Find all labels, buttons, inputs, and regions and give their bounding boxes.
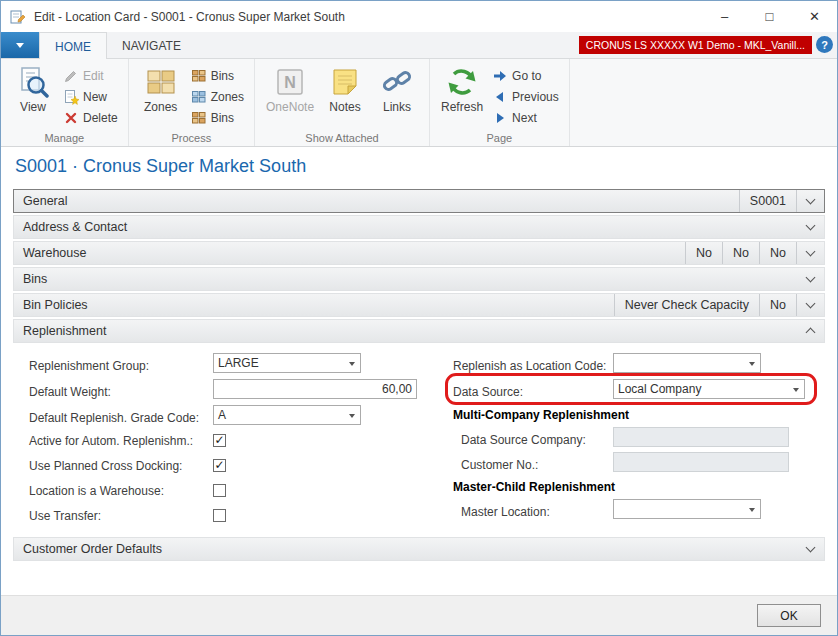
fasttab-bins: Bins (13, 267, 825, 291)
fasttab-header-address-contact[interactable]: Address & Contact (13, 215, 825, 239)
replenishment-group-combobox[interactable]: LARGE (213, 353, 361, 373)
replenish-as-location-label: Replenish as Location Code: (453, 356, 606, 376)
default-weight-input[interactable]: 60,00 (213, 379, 417, 399)
group-label-show-attached: Show Attached (255, 132, 429, 144)
refresh-button-label: Refresh (441, 100, 483, 114)
close-button[interactable]: ✕ (792, 1, 837, 32)
ribbon-group-process: Zones Bins (129, 59, 255, 146)
master-location-combobox[interactable] (613, 499, 761, 519)
pencil-icon (63, 68, 79, 84)
app-icon (10, 9, 26, 25)
refresh-button[interactable]: Refresh (436, 62, 488, 130)
fasttab-summary-value: S0001 (739, 190, 796, 212)
active-autom-replenish-checkbox[interactable] (213, 434, 226, 447)
fasttab-header-bins[interactable]: Bins (13, 267, 825, 291)
chevron-down-icon (796, 190, 824, 212)
goto-arrow-icon (492, 68, 508, 84)
bins-button-label: Bins (211, 69, 234, 83)
fasttab-header-customer-order-defaults[interactable]: Customer Order Defaults (13, 537, 825, 561)
tab-home[interactable]: HOME (39, 32, 107, 59)
view-button[interactable]: View (7, 62, 59, 130)
fasttab-header-general[interactable]: General S0001 (13, 189, 825, 213)
help-icon[interactable]: ? (816, 36, 833, 53)
active-autom-replenish-label: Active for Autom. Replenishm.: (29, 431, 193, 451)
use-planned-cross-docking-checkbox[interactable] (213, 459, 226, 472)
location-card-window: Edit - Location Card - S0001 - Cronus Su… (0, 0, 838, 636)
group-label-page: Page (430, 132, 569, 144)
edit-button[interactable]: Edit (59, 65, 122, 86)
fasttab-header-warehouse[interactable]: Warehouse No No No (13, 241, 825, 265)
replenishment-body: Replenishment Group: LARGE Default Weigh… (13, 343, 825, 535)
data-source-label: Data Source: (453, 382, 523, 402)
ribbon-tab-row: HOME NAVIGATE CRONUS LS XXXXX W1 Demo - … (1, 32, 837, 59)
chevron-down-icon (796, 538, 824, 560)
zones-icon (191, 89, 207, 105)
chevron-down-icon (16, 43, 24, 48)
data-source-company-input (613, 427, 789, 447)
data-source-combobox[interactable]: Local Company (613, 379, 805, 399)
fasttab-label: Customer Order Defaults (23, 542, 162, 556)
links-button[interactable]: Links (371, 62, 423, 130)
previous-button[interactable]: Previous (488, 86, 563, 107)
zones-button-label: Zones (144, 100, 177, 114)
bins-button-2[interactable]: Bins (187, 107, 248, 128)
new-button[interactable]: New (59, 86, 122, 107)
footer: OK (1, 595, 837, 635)
ribbon: View Edit New (1, 59, 837, 147)
tab-navigate[interactable]: NAVIGATE (107, 32, 196, 58)
zones-small-button[interactable]: Zones (187, 86, 248, 107)
view-magnifier-icon (17, 66, 49, 98)
fasttab-label: Replenishment (23, 324, 106, 338)
new-button-label: New (83, 90, 107, 104)
goto-button[interactable]: Go to (488, 65, 563, 86)
fasttab-replenishment: Replenishment Replenishment Group: LARGE… (13, 319, 825, 535)
master-location-label: Master Location: (461, 502, 550, 522)
ribbon-group-page: Refresh Go to Previous (430, 59, 570, 146)
default-weight-value: 60,00 (382, 382, 412, 396)
delete-button[interactable]: Delete (59, 107, 122, 128)
fasttab-customer-order-defaults: Customer Order Defaults (13, 537, 825, 561)
replenishment-group-label: Replenishment Group: (29, 356, 149, 376)
notes-button[interactable]: Notes (319, 62, 371, 130)
data-source-value: Local Company (618, 382, 701, 396)
location-is-warehouse-checkbox[interactable] (213, 484, 226, 497)
replenish-as-location-combobox[interactable] (613, 353, 761, 373)
links-chain-icon (381, 66, 413, 98)
chevron-up-icon (796, 320, 824, 342)
default-replenish-grade-combobox[interactable]: A (213, 405, 361, 425)
view-button-label: View (20, 100, 46, 114)
next-button[interactable]: Next (488, 107, 563, 128)
ok-button[interactable]: OK (757, 604, 821, 627)
previous-button-label: Previous (512, 90, 559, 104)
zones-small-button-label: Zones (211, 90, 244, 104)
page-content: S0001 · Cronus Super Market South Genera… (1, 148, 837, 595)
bins-button-1[interactable]: Bins (187, 65, 248, 86)
data-source-company-label: Data Source Company: (461, 430, 586, 450)
customer-no-input (613, 452, 789, 472)
fasttab-header-replenishment[interactable]: Replenishment (13, 319, 825, 343)
application-menu-button[interactable] (1, 32, 39, 58)
svg-text:N: N (284, 74, 296, 91)
use-transfer-checkbox[interactable] (213, 509, 226, 522)
zones-button[interactable]: Zones (135, 62, 187, 130)
maximize-button[interactable]: □ (747, 1, 792, 32)
minimize-button[interactable]: – (702, 1, 747, 32)
page-title: S0001 · Cronus Super Market South (15, 156, 823, 177)
zones-grid-icon (145, 66, 177, 98)
chevron-down-icon (349, 414, 355, 418)
bins-button-label: Bins (211, 111, 234, 125)
edit-button-label: Edit (83, 69, 104, 83)
fasttab-warehouse: Warehouse No No No (13, 241, 825, 265)
use-planned-cross-docking-label: Use Planned Cross Docking: (29, 456, 182, 476)
fasttab-label: Bins (23, 272, 47, 286)
chevron-down-icon (796, 216, 824, 238)
chevron-down-icon (749, 362, 755, 366)
onenote-button[interactable]: N OneNote (261, 62, 319, 130)
notes-icon (329, 66, 361, 98)
fasttab-header-bin-policies[interactable]: Bin Policies Never Check Capacity No (13, 293, 825, 317)
delete-x-icon (63, 110, 79, 126)
chevron-down-icon (796, 294, 824, 316)
fasttab-summary-value: No (759, 294, 796, 316)
previous-arrow-icon (492, 89, 508, 105)
next-arrow-icon (492, 110, 508, 126)
